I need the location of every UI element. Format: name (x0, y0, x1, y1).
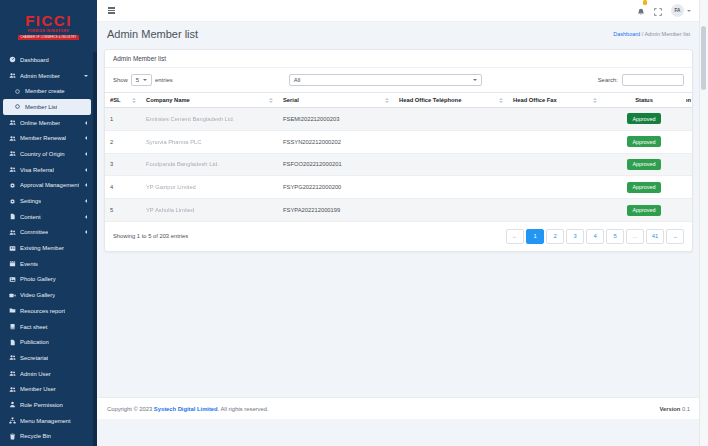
sidebar-item-existing-member[interactable]: Existing Member (0, 240, 93, 256)
status-badge[interactable]: Approved (627, 205, 660, 216)
sidebar-item-admin-user[interactable]: Admin User (0, 366, 93, 382)
sidebar-item-recycle-bin[interactable]: Recycle Bin (0, 429, 93, 445)
users-icon (8, 119, 16, 127)
chevron-left-icon (83, 199, 87, 203)
status-badge[interactable]: Approved (627, 136, 660, 147)
circle-icon (13, 87, 21, 95)
entries-label: entries (155, 77, 173, 83)
sidebar-item-role-permission[interactable]: Role Permission (0, 397, 93, 413)
cell-status: Approved (602, 130, 686, 153)
window-scrollbar[interactable] (699, 0, 708, 446)
page-3-button[interactable]: 3 (566, 229, 584, 244)
sidebar-item-label: Dashboard (20, 57, 49, 63)
sidebar-item-menu-management[interactable]: Menu Management (0, 413, 93, 429)
window-scrollbar-thumb[interactable] (701, 26, 706, 90)
sidebar-item-fact-sheet[interactable]: Fact sheet (0, 319, 93, 335)
next-page-button[interactable]: → (666, 229, 684, 244)
filter-select-value: All (294, 77, 301, 83)
video-icon (8, 291, 16, 299)
cell-serial: FSEMI202212000203 (278, 108, 394, 131)
page-5-button[interactable]: 5 (606, 229, 624, 244)
users-icon (8, 72, 16, 80)
cell-serial: FSYPA202212000199 (278, 199, 394, 222)
sidebar-item-video-gallery[interactable]: Video Gallery (0, 287, 93, 303)
page-2-button[interactable]: 2 (546, 229, 564, 244)
content-area: Admin Member list Dashboard / Admin Memb… (97, 22, 700, 446)
status-badge[interactable]: Approved (627, 159, 660, 170)
sidebar-item-member-list[interactable]: Member List (3, 99, 91, 115)
users-icon (8, 370, 16, 378)
sort-icon (132, 98, 136, 103)
sidebar-item-dashboard[interactable]: Dashboard (0, 52, 93, 68)
user-menu-button[interactable]: FA (671, 4, 691, 17)
sidebar-item-committee[interactable]: Committee (0, 225, 93, 241)
version-text: Version 0.1 (659, 406, 690, 412)
column-header-head-office-tel-phone[interactable]: Head Office Teléphone (394, 93, 508, 108)
column-header-company-name[interactable]: Company Name (141, 93, 278, 108)
company-link[interactable]: Systech Digital Limited (154, 406, 218, 412)
app-footer: Copyright © 2023 Systech Digital Limited… (97, 397, 700, 419)
app-logo[interactable]: FICCI FOREIGN INVESTORS' CHAMBER OF COMM… (0, 0, 97, 52)
cell-company: YP Gazipur Limited (141, 176, 278, 199)
sidebar-toggle-button[interactable] (106, 5, 117, 15)
sidebar-item-photo-gallery[interactable]: Photo Gallery (0, 272, 93, 288)
sidebar-item-settings[interactable]: Settings (0, 193, 93, 209)
sitemap-icon (8, 417, 16, 425)
cell-company: YP Ashulia Limited (141, 199, 278, 222)
status-badge[interactable]: Approved (627, 113, 660, 124)
table-body: 1Emirates Cement Bangladesh Ltd.FSEMI202… (105, 108, 692, 222)
logo-tagline: CHAMBER OF COMMERCE & INDUSTRY (18, 35, 80, 40)
column-header-label: Company Name (146, 97, 190, 103)
page-41-button[interactable]: 41 (646, 229, 664, 244)
table-row: 4YP Gazipur LimitedFSYPG202212000200Appr… (105, 176, 692, 199)
sidebar-item-member-create[interactable]: Member create (0, 83, 93, 99)
page-4-button[interactable]: 4 (586, 229, 604, 244)
sidebar-item-member-user[interactable]: Member User (0, 381, 93, 397)
cell-telephone (394, 153, 508, 176)
chevron-left-icon (83, 136, 87, 140)
users-icon (8, 228, 16, 236)
sidebar-item-label: Secretariat (20, 355, 48, 361)
sidebar-item-label: Content (20, 214, 41, 220)
sidebar-item-publication[interactable]: Publication (0, 334, 93, 350)
sidebar-item-secretariat[interactable]: Secretariat (0, 350, 93, 366)
chevron-down-icon (687, 10, 691, 14)
sidebar-item-member-renewal[interactable]: Member Renewal (0, 130, 93, 146)
sort-icon (385, 98, 389, 103)
column-header-serial[interactable]: Serial (278, 93, 394, 108)
sidebar-item-content[interactable]: Content (0, 209, 93, 225)
status-badge[interactable]: Approved (627, 182, 660, 193)
notification-badge (643, 0, 648, 5)
column-header-sl[interactable]: #SL (105, 93, 141, 108)
page-1-button[interactable]: 1 (526, 229, 544, 244)
sidebar-item-visa-referral[interactable]: Visa Referral (0, 162, 93, 178)
page-title: Admin Member list (107, 28, 198, 40)
table-row: 3Foodpanda Bangladesh Ltd.FSFOO202212000… (105, 153, 692, 176)
cell-serial: FSSYN202212000202 (278, 130, 394, 153)
sidebar-item-label: Approval Management (20, 182, 79, 188)
prev-page-button[interactable]: ← (506, 229, 524, 244)
member-table: #SLCompany NameSerialHead Office Telépho… (105, 92, 692, 222)
sort-icon (593, 98, 597, 103)
sidebar-item-label: Member User (20, 386, 56, 392)
search-input[interactable] (622, 74, 684, 86)
column-header-head-office-fax[interactable]: Head Office Fax (508, 93, 602, 108)
sidebar-item-events[interactable]: Events (0, 256, 93, 272)
fullscreen-button[interactable] (654, 2, 662, 20)
sidebar-item-resources-report[interactable]: Resources report (0, 303, 93, 319)
cell-serial: FSFOO202212000201 (278, 153, 394, 176)
gear-icon (8, 197, 16, 205)
chevron-down-icon (84, 75, 88, 79)
sidebar-item-country-of-origin[interactable]: Country of Origin (0, 146, 93, 162)
filter-select[interactable]: All (289, 74, 482, 86)
sidebar-item-online-member[interactable]: Online Member (0, 115, 93, 131)
sidebar-item-approval-management[interactable]: Approval Management (0, 178, 93, 194)
entries-select[interactable]: 5 (131, 74, 152, 86)
sidebar-scrollbar[interactable] (93, 52, 97, 446)
sidebar-item-label: Menu Management (20, 418, 71, 424)
chevron-left-icon (83, 183, 87, 187)
sidebar-item-admin-member[interactable]: Admin Member (0, 68, 93, 84)
notifications-button[interactable] (637, 2, 645, 20)
breadcrumb-dashboard-link[interactable]: Dashboard (613, 31, 640, 37)
cell-option: Download certificateShow (686, 108, 692, 131)
